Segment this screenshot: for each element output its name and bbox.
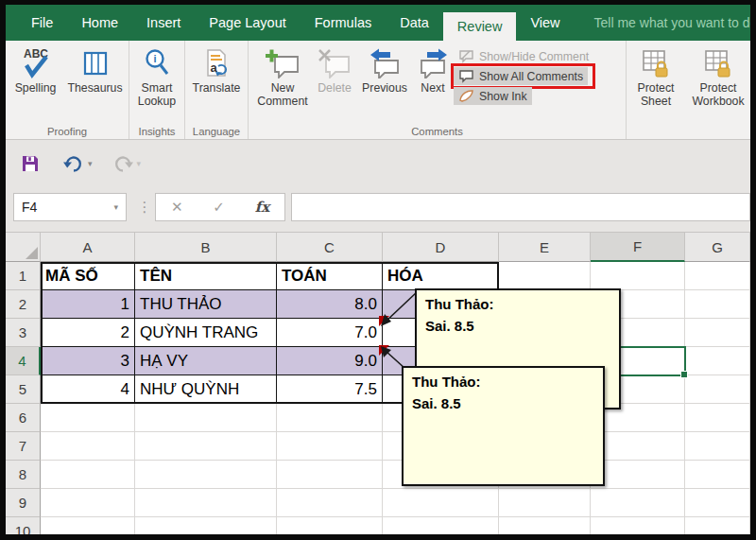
delete-comment-button[interactable]: Delete (312, 44, 357, 125)
cell-B10[interactable] (135, 517, 277, 534)
cell-G10[interactable] (685, 517, 750, 534)
new-comment-button[interactable]: New Comment (253, 44, 312, 125)
row-header-3[interactable]: 3 (6, 319, 41, 347)
row-header-8[interactable]: 8 (6, 461, 41, 489)
name-box[interactable]: F4 ▾ (13, 193, 127, 221)
show-all-comments-button[interactable]: Show All Comments (454, 67, 588, 85)
insert-function-icon[interactable]: fx (255, 199, 269, 216)
tab-formulas[interactable]: Formulas (301, 5, 386, 41)
cell-E10[interactable] (499, 517, 591, 534)
show-ink-button[interactable]: Show Ink (454, 87, 532, 105)
cell-C10[interactable] (277, 517, 383, 534)
undo-dropdown-caret[interactable]: ▾ (88, 159, 93, 168)
column-header-D[interactable]: D (383, 233, 499, 262)
row-header-7[interactable]: 7 (6, 432, 41, 461)
previous-comment-button[interactable]: Previous (357, 44, 412, 125)
cell-A1[interactable]: MÃ SỐ (41, 262, 135, 290)
cell-F9[interactable] (591, 489, 685, 517)
cell-B9[interactable] (135, 489, 277, 517)
row-header-6[interactable]: 6 (6, 404, 41, 432)
cell-F7[interactable] (591, 432, 685, 461)
redo-button[interactable]: ▾ (112, 155, 142, 172)
cell-G6[interactable] (685, 404, 750, 432)
cell-B2[interactable]: THU THẢO (135, 290, 277, 319)
redo-dropdown-caret[interactable]: ▾ (137, 159, 142, 168)
cell-A9[interactable] (41, 489, 135, 517)
row-header-4[interactable]: 4 (6, 347, 41, 375)
undo-button[interactable]: ▾ (62, 155, 93, 172)
comment-box-2[interactable]: Thu Thảo: Sai. 8.5 (402, 366, 605, 486)
formula-bar-resizer-icon[interactable]: ⋮ (138, 193, 151, 221)
cell-F8[interactable] (591, 461, 685, 489)
cell-G2[interactable] (685, 290, 750, 319)
tell-me-box[interactable]: Tell me what you want to do.. (588, 5, 750, 41)
cell-D10[interactable] (383, 517, 499, 534)
column-header-F[interactable]: F (591, 233, 685, 262)
cell-C5[interactable]: 7.5 (277, 375, 383, 404)
name-box-caret-icon[interactable]: ▾ (113, 202, 118, 212)
cell-G8[interactable] (685, 461, 750, 489)
show-hide-comment-button[interactable]: Show/Hide Comment (454, 47, 593, 65)
cell-B5[interactable]: NHƯ QUỲNH (135, 375, 277, 404)
cell-A7[interactable] (41, 432, 135, 461)
cell-F1[interactable] (591, 262, 685, 290)
cell-A5[interactable]: 4 (41, 375, 135, 404)
tab-file[interactable]: File (17, 5, 67, 41)
protect-workbook-button[interactable]: Protect Workbook (688, 44, 748, 125)
cell-C6[interactable] (277, 404, 383, 432)
tab-insert[interactable]: Insert (132, 5, 195, 41)
cell-A10[interactable] (41, 517, 135, 534)
cell-G4[interactable] (685, 347, 750, 375)
cell-G3[interactable] (685, 319, 750, 347)
cancel-icon[interactable]: ✕ (171, 199, 183, 216)
column-header-G[interactable]: G (685, 233, 750, 262)
enter-icon[interactable]: ✓ (213, 199, 225, 216)
next-comment-button[interactable]: Next (412, 44, 454, 125)
cell-B6[interactable] (135, 404, 277, 432)
cell-D9[interactable] (383, 489, 499, 517)
column-header-C[interactable]: C (277, 233, 383, 262)
tab-page-layout[interactable]: Page Layout (195, 5, 300, 41)
formula-bar-input[interactable] (291, 193, 750, 221)
cell-G5[interactable] (685, 375, 750, 404)
protect-sheet-button[interactable]: Protect Sheet (628, 44, 683, 125)
cell-B3[interactable]: QUỲNH TRANG (135, 319, 277, 347)
column-header-B[interactable]: B (135, 233, 277, 262)
tab-home[interactable]: Home (67, 5, 132, 41)
spelling-button[interactable]: ABC Spelling (8, 44, 63, 125)
cell-A8[interactable] (41, 461, 135, 489)
cell-G7[interactable] (685, 432, 750, 461)
column-header-E[interactable]: E (499, 233, 591, 262)
cell-E1[interactable] (499, 262, 591, 290)
row-header-2[interactable]: 2 (6, 290, 41, 319)
cell-C9[interactable] (277, 489, 383, 517)
thesaurus-button[interactable]: Thesaurus (63, 44, 127, 125)
cell-E9[interactable] (499, 489, 591, 517)
cell-B8[interactable] (135, 461, 277, 489)
row-header-9[interactable]: 9 (6, 489, 41, 517)
cell-A3[interactable]: 2 (41, 319, 135, 347)
column-header-A[interactable]: A (41, 233, 135, 262)
cell-C2[interactable]: 8.0 (277, 290, 383, 319)
cell-G9[interactable] (685, 489, 750, 517)
cell-D1[interactable]: HÓA (383, 262, 499, 290)
cell-C1[interactable]: TOÁN (277, 262, 383, 290)
select-all-corner[interactable] (6, 233, 41, 262)
cell-C7[interactable] (277, 432, 383, 461)
cell-A6[interactable] (41, 404, 135, 432)
cell-B1[interactable]: TÊN (135, 262, 277, 290)
cell-C4[interactable]: 9.0 (277, 347, 383, 375)
tab-data[interactable]: Data (386, 5, 443, 41)
cell-A4[interactable]: 3 (41, 347, 135, 375)
tab-review[interactable]: Review (443, 12, 517, 41)
cell-C3[interactable]: 7.0 (277, 319, 383, 347)
cell-F10[interactable] (591, 517, 685, 534)
row-header-10[interactable]: 10 (6, 517, 41, 534)
smart-lookup-button[interactable]: i Smart Lookup (131, 44, 182, 125)
save-button[interactable] (21, 154, 40, 173)
row-header-1[interactable]: 1 (6, 262, 41, 290)
cell-C8[interactable] (277, 461, 383, 489)
tab-view[interactable]: View (516, 5, 574, 41)
fill-handle[interactable] (680, 371, 688, 378)
cell-B4[interactable]: HẠ VY (135, 347, 277, 375)
